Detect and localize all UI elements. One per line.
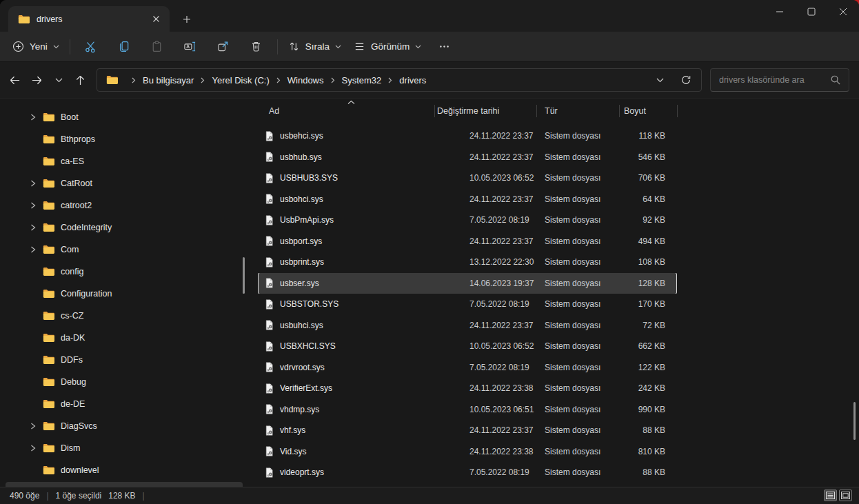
search-input[interactable] bbox=[711, 69, 849, 91]
more-button[interactable] bbox=[430, 34, 458, 59]
file-list-scrollbar[interactable] bbox=[853, 402, 856, 440]
file-row-vdrvroot.sys[interactable]: vdrvroot.sys7.05.2022 08:19Sistem dosyas… bbox=[258, 357, 677, 379]
file-row-usbhub.sys[interactable]: usbhub.sys24.11.2022 23:37Sistem dosyası… bbox=[258, 147, 677, 168]
sort-button[interactable]: Sırala bbox=[282, 34, 347, 59]
file-row-vhdmp.sys[interactable]: vhdmp.sys10.05.2023 06:51Sistem dosyası9… bbox=[258, 399, 677, 421]
rename-button[interactable] bbox=[176, 34, 204, 59]
chevron-down-icon bbox=[53, 45, 59, 49]
folder-icon bbox=[43, 179, 54, 188]
file-name-cell: usbprint.sys bbox=[258, 257, 434, 268]
tab-close-icon[interactable] bbox=[148, 11, 164, 28]
back-icon[interactable] bbox=[3, 69, 26, 91]
new-tab-icon[interactable] bbox=[178, 11, 196, 28]
sidebar-item-CatRoot[interactable]: CatRoot bbox=[6, 173, 243, 194]
close-icon[interactable] bbox=[827, 0, 859, 23]
paste-button[interactable] bbox=[143, 34, 171, 59]
sidebar-item-ca-ES[interactable]: ca-ES bbox=[6, 151, 243, 172]
chevron-right-icon[interactable] bbox=[28, 423, 39, 430]
column-header-type[interactable]: Tür bbox=[536, 106, 619, 116]
column-divider[interactable] bbox=[619, 105, 620, 117]
address-bar[interactable]: Bu bilgisayarYerel Disk (C:)WindowsSyste… bbox=[97, 68, 702, 92]
column-header-name[interactable]: Ad bbox=[258, 106, 434, 116]
chevron-right-icon[interactable] bbox=[28, 202, 39, 209]
large-icons-view-icon[interactable] bbox=[839, 490, 852, 501]
column-divider[interactable] bbox=[536, 105, 537, 117]
tab-drivers[interactable]: drivers bbox=[8, 6, 170, 32]
sidebar-item-da-DK[interactable]: da-DK bbox=[6, 327, 243, 348]
sidebar-item-Configuration[interactable]: Configuration bbox=[6, 283, 243, 304]
breadcrumb-separator-icon[interactable] bbox=[201, 77, 205, 83]
file-size: 546 KB bbox=[619, 152, 677, 162]
sidebar-item-cs-CZ[interactable]: cs-CZ bbox=[6, 305, 243, 326]
file-name-cell: USBSTOR.SYS bbox=[258, 299, 434, 310]
sidebar-item-Debug[interactable]: Debug bbox=[6, 372, 243, 392]
file-row-usbprint.sys[interactable]: usbprint.sys13.12.2022 22:30Sistem dosya… bbox=[258, 252, 677, 273]
breadcrumb-separator-icon[interactable] bbox=[276, 77, 281, 83]
breadcrumb-item[interactable]: drivers bbox=[399, 75, 426, 85]
maximize-icon[interactable] bbox=[796, 0, 827, 23]
folder-icon bbox=[43, 245, 54, 254]
breadcrumb-item[interactable]: System32 bbox=[342, 75, 382, 85]
breadcrumb-item[interactable]: Yerel Disk (C:) bbox=[212, 75, 269, 85]
file-row-usbser.sys[interactable]: usbser.sys14.06.2023 19:37Sistem dosyası… bbox=[258, 273, 677, 294]
file-row-usbuhci.sys[interactable]: usbuhci.sys24.11.2022 23:37Sistem dosyas… bbox=[258, 315, 677, 336]
delete-button[interactable] bbox=[243, 34, 270, 59]
address-dropdown-chevron-icon[interactable] bbox=[651, 72, 668, 88]
column-divider[interactable] bbox=[434, 105, 435, 117]
sidebar-item-de-DE[interactable]: de-DE bbox=[6, 394, 243, 414]
chevron-right-icon[interactable] bbox=[28, 180, 39, 187]
sidebar-item-Dism[interactable]: Dism bbox=[6, 438, 243, 458]
sidebar-scrollbar[interactable] bbox=[243, 257, 245, 294]
chevron-right-icon[interactable] bbox=[28, 445, 39, 452]
view-button-label: Görünüm bbox=[371, 41, 410, 52]
file-row-videoprt.sys[interactable]: videoprt.sys7.05.2022 08:19Sistem dosyas… bbox=[258, 462, 677, 483]
file-row-vhf.sys[interactable]: vhf.sys24.11.2022 23:37Sistem dosyası88 … bbox=[258, 420, 677, 441]
folder-icon bbox=[43, 112, 54, 122]
sidebar-item-label: downlevel bbox=[61, 465, 99, 475]
column-divider[interactable] bbox=[677, 105, 678, 117]
file-row-usbohci.sys[interactable]: usbohci.sys24.11.2022 23:37Sistem dosyas… bbox=[258, 189, 677, 210]
sidebar-item-downlevel[interactable]: downlevel bbox=[6, 460, 243, 481]
sidebar-item-Com[interactable]: Com bbox=[6, 239, 243, 260]
minimize-icon[interactable] bbox=[764, 0, 796, 23]
folder-icon bbox=[43, 399, 54, 409]
column-header-size[interactable]: Boyut bbox=[619, 106, 677, 116]
sidebar-item-selected[interactable] bbox=[6, 482, 243, 487]
breadcrumb-item[interactable]: Bu bilgisayar bbox=[143, 75, 194, 85]
chevron-right-icon[interactable] bbox=[28, 246, 39, 253]
sidebar-item-DDFs[interactable]: DDFs bbox=[6, 350, 243, 370]
file-row-Vid.sys[interactable]: Vid.sys24.11.2022 23:38Sistem dosyası810… bbox=[258, 441, 677, 463]
breadcrumb-item[interactable]: Windows bbox=[287, 75, 324, 85]
breadcrumb-separator-icon[interactable] bbox=[388, 77, 392, 83]
file-name: usbuhci.sys bbox=[280, 321, 323, 330]
sidebar-item-DiagSvcs[interactable]: DiagSvcs bbox=[6, 416, 243, 436]
file-row-USBSTOR.SYS[interactable]: USBSTOR.SYS7.05.2022 08:19Sistem dosyası… bbox=[258, 294, 677, 315]
cut-button[interactable] bbox=[77, 34, 105, 59]
file-row-usbport.sys[interactable]: usbport.sys24.11.2022 23:37Sistem dosyas… bbox=[258, 231, 677, 252]
column-header-date-modified[interactable]: Değiştirme tarihi bbox=[434, 106, 536, 116]
view-button[interactable]: Görünüm bbox=[347, 34, 427, 59]
sidebar-item-config[interactable]: config bbox=[6, 261, 243, 282]
up-icon[interactable] bbox=[69, 69, 91, 91]
sidebar-item-CodeIntegrity[interactable]: CodeIntegrity bbox=[6, 217, 243, 238]
file-row-VerifierExt.sys[interactable]: VerifierExt.sys24.11.2022 23:38Sistem do… bbox=[258, 378, 677, 399]
chevron-right-icon[interactable] bbox=[28, 114, 39, 121]
refresh-icon[interactable] bbox=[678, 72, 694, 88]
file-row-USBHUB3.SYS[interactable]: USBHUB3.SYS10.05.2023 06:52Sistem dosyas… bbox=[258, 168, 677, 189]
sidebar-item-label: Com bbox=[61, 245, 79, 254]
new-button[interactable]: Yeni bbox=[6, 34, 65, 59]
sidebar-item-Boot[interactable]: Boot bbox=[6, 107, 243, 128]
breadcrumb-separator-icon[interactable] bbox=[331, 77, 335, 83]
file-row-UsbPmApi.sys[interactable]: UsbPmApi.sys7.05.2022 08:19Sistem dosyas… bbox=[258, 210, 677, 231]
forward-icon[interactable] bbox=[26, 69, 48, 91]
recent-locations-chevron-icon[interactable] bbox=[48, 69, 70, 91]
file-row-usbehci.sys[interactable]: usbehci.sys24.11.2022 23:37Sistem dosyas… bbox=[258, 125, 677, 147]
details-view-icon[interactable] bbox=[824, 490, 837, 501]
chevron-right-icon[interactable] bbox=[28, 224, 39, 231]
file-row-USBXHCI.SYS[interactable]: USBXHCI.SYS10.05.2023 06:52Sistem dosyas… bbox=[258, 336, 677, 357]
copy-button[interactable] bbox=[110, 34, 138, 59]
sidebar-item-catroot2[interactable]: catroot2 bbox=[6, 195, 243, 216]
sidebar-item-Bthprops[interactable]: Bthprops bbox=[6, 129, 243, 150]
share-button[interactable] bbox=[210, 34, 237, 59]
system-file-icon bbox=[264, 257, 274, 268]
